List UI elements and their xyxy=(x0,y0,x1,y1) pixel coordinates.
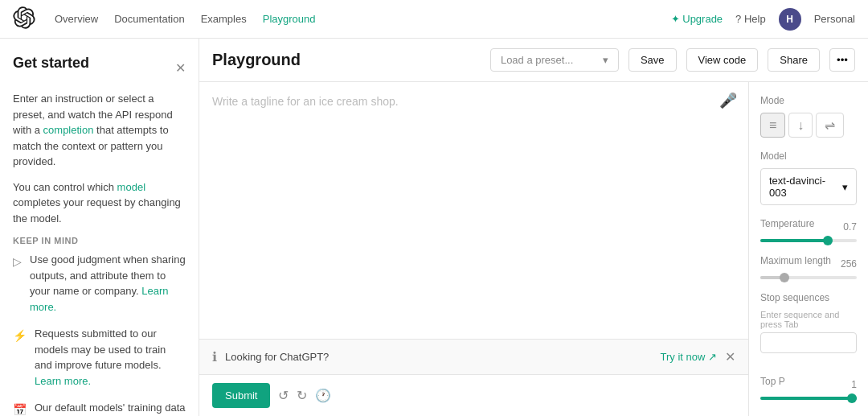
max-length-section: Maximum length 256 xyxy=(760,255,857,279)
sidebar-close[interactable]: ✕ xyxy=(175,60,186,76)
share-button[interactable]: Share xyxy=(768,48,820,72)
preset-placeholder: Load a preset... xyxy=(501,54,573,66)
mode-label: Mode xyxy=(760,95,857,106)
undo-icon[interactable]: ↺ xyxy=(278,388,289,403)
max-length-slider[interactable] xyxy=(760,276,857,279)
max-length-thumb xyxy=(780,273,789,282)
avatar[interactable]: H xyxy=(779,8,801,31)
upgrade-button[interactable]: ✦ Upgrade xyxy=(671,13,723,25)
stop-seq-hint: Enter sequence and press Tab xyxy=(760,310,857,329)
content-area: Playground Load a preset... ▾ Save View … xyxy=(199,39,868,416)
redo-icon[interactable]: ↻ xyxy=(297,388,307,403)
mode-complete-button[interactable]: ≡ xyxy=(760,113,785,138)
model-label: Model xyxy=(760,150,857,162)
mode-section: Mode ≡ ↓ ⇌ xyxy=(760,95,857,138)
sidebar-desc-2: You can control which model completes yo… xyxy=(13,179,186,227)
learn-more-link-2[interactable]: Learn more. xyxy=(35,375,91,387)
editor-footer: Submit ↺ ↻ 🕐 xyxy=(199,374,748,416)
temperature-section: Temperature 0.7 xyxy=(760,218,857,242)
mode-buttons: ≡ ↓ ⇌ xyxy=(760,113,857,138)
nav-playground[interactable]: Playground xyxy=(263,13,316,25)
try-it-now-link[interactable]: Try it now ↗ xyxy=(661,351,717,363)
top-p-label: Top P xyxy=(760,376,785,387)
nav-overview[interactable]: Overview xyxy=(55,13,98,25)
completion-link[interactable]: completion xyxy=(43,124,94,136)
mode-edit-button[interactable]: ⇌ xyxy=(816,113,844,138)
banner-text: Looking for ChatGPT? xyxy=(225,351,653,363)
stop-sequences-section: Stop sequences Enter sequence and press … xyxy=(760,292,857,363)
stop-seq-label: Stop sequences xyxy=(760,292,857,303)
nav-links: Overview Documentation Examples Playgrou… xyxy=(55,13,652,25)
send-icon: ▷ xyxy=(13,253,22,315)
stop-seq-input[interactable] xyxy=(760,332,857,353)
main-layout: Get started ✕ Enter an instruction or se… xyxy=(0,39,868,416)
settings-panel: Mode ≡ ↓ ⇌ Model text-davinci-003 ▾ xyxy=(749,82,868,416)
top-p-value: 1 xyxy=(851,379,857,390)
help-button[interactable]: ? Help xyxy=(735,13,766,25)
model-dropdown[interactable]: text-davinci-003 ▾ xyxy=(760,168,857,205)
nav-right: ✦ Upgrade ? Help H Personal xyxy=(671,8,855,31)
model-chevron-icon: ▾ xyxy=(842,181,848,193)
top-p-section: Top P 1 xyxy=(760,376,857,400)
view-code-button[interactable]: View code xyxy=(686,48,759,72)
max-length-value: 256 xyxy=(841,258,857,270)
temperature-label: Temperature xyxy=(760,218,814,229)
mic-icon[interactable]: 🎤 xyxy=(719,92,737,109)
calendar-icon: 📅 xyxy=(13,402,27,416)
sidebar-desc-1: Enter an instruction or select a preset,… xyxy=(13,91,186,170)
submit-button[interactable]: Submit xyxy=(212,383,270,408)
model-value: text-davinci-003 xyxy=(769,175,842,199)
editor-placeholder: Write a tagline for an ice cream shop. xyxy=(212,95,399,108)
personal-menu[interactable]: Personal xyxy=(814,13,855,25)
preset-dropdown[interactable]: Load a preset... ▾ xyxy=(490,48,619,72)
sidebar-item-2: ⚡ Requests submitted to our models may b… xyxy=(13,326,186,389)
sidebar-title: Get started xyxy=(13,55,89,72)
info-icon: ℹ xyxy=(212,349,217,365)
mode-insert-button[interactable]: ↓ xyxy=(788,113,813,138)
max-length-label: Maximum length xyxy=(760,255,831,266)
banner-close-icon[interactable]: ✕ xyxy=(725,349,735,365)
editor-box[interactable]: Write a tagline for an ice cream shop. 🎤 xyxy=(199,82,748,339)
openai-logo[interactable] xyxy=(13,6,35,31)
top-p-fill xyxy=(760,397,857,400)
temperature-value: 0.7 xyxy=(843,221,857,233)
sidebar-item-1: ▷ Use good judgment when sharing outputs… xyxy=(13,252,186,315)
model-section: Model text-davinci-003 ▾ xyxy=(760,150,857,205)
top-p-slider[interactable] xyxy=(760,397,857,400)
playground-body: Write a tagline for an ice cream shop. 🎤… xyxy=(199,82,868,416)
nav-examples[interactable]: Examples xyxy=(201,13,247,25)
temperature-thumb xyxy=(823,236,833,245)
more-options-button[interactable]: ••• xyxy=(829,48,855,72)
page-title: Playground xyxy=(212,51,481,69)
top-p-thumb xyxy=(847,393,857,403)
lightning-icon: ⚡ xyxy=(13,327,27,389)
save-button[interactable]: Save xyxy=(628,48,677,72)
chevron-down-icon: ▾ xyxy=(603,54,608,66)
temperature-fill xyxy=(760,239,828,242)
playground-header: Playground Load a preset... ▾ Save View … xyxy=(199,39,868,82)
history-icon[interactable]: 🕐 xyxy=(315,388,331,403)
model-link[interactable]: model xyxy=(117,181,145,193)
editor-area: Write a tagline for an ice cream shop. 🎤… xyxy=(199,82,749,416)
chatgpt-banner: ℹ Looking for ChatGPT? Try it now ↗ ✕ xyxy=(199,339,748,374)
top-navigation: Overview Documentation Examples Playgrou… xyxy=(0,0,868,39)
sidebar: Get started ✕ Enter an instruction or se… xyxy=(0,39,199,416)
keep-in-mind-heading: KEEP IN MIND xyxy=(13,236,186,245)
temperature-slider[interactable] xyxy=(760,239,857,242)
nav-documentation[interactable]: Documentation xyxy=(114,13,184,25)
sidebar-item-3: 📅 Our default models' training data cuts… xyxy=(13,400,186,416)
